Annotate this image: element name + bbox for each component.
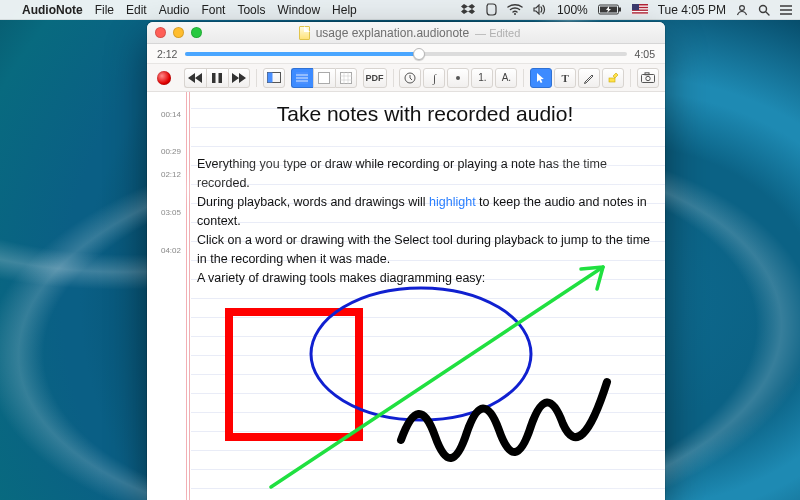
note-entry-text[interactable]: to keep the audio and notes in context.: [197, 195, 647, 228]
playback-slider[interactable]: [185, 52, 626, 56]
timestamp-tool-button[interactable]: [399, 68, 421, 88]
camera-tool-button[interactable]: [637, 68, 659, 88]
svg-rect-16: [296, 72, 308, 84]
paper-grid-button[interactable]: [335, 68, 357, 88]
paper-lined-button[interactable]: [291, 68, 313, 88]
svg-point-0: [514, 13, 516, 15]
playhead-total-time: 4:05: [635, 48, 655, 60]
svg-rect-13: [219, 73, 223, 83]
red-square-shape: [229, 312, 359, 437]
menu-icon[interactable]: [780, 5, 792, 15]
record-button[interactable]: [153, 68, 175, 88]
pen-tool-button[interactable]: [578, 68, 600, 88]
select-tool-button[interactable]: [530, 68, 552, 88]
black-squiggle-shape: [401, 382, 607, 458]
note-entry[interactable]: A variety of drawing tools makes diagram…: [197, 269, 653, 288]
svg-rect-7: [632, 11, 648, 12]
green-arrow-shape: [271, 267, 603, 487]
entry-timestamp[interactable]: 04:02: [147, 246, 185, 255]
svg-rect-22: [641, 75, 654, 83]
note-entry[interactable]: During playback, words and drawings will…: [197, 193, 653, 231]
svg-rect-12: [212, 73, 216, 83]
user-icon[interactable]: [736, 4, 748, 16]
playback-timeline: 2:12 4:05: [147, 44, 665, 64]
evernote-icon[interactable]: [485, 3, 497, 16]
svg-point-20: [456, 76, 460, 80]
highlight-word[interactable]: highlight: [429, 195, 476, 209]
window-titlebar[interactable]: usage explanation.audionote — Edited: [147, 22, 665, 44]
toolbar: PDF ∫ 1. A. T: [147, 64, 665, 92]
menu-file[interactable]: File: [95, 3, 114, 17]
pause-button[interactable]: [206, 68, 228, 88]
desktop-wallpaper: AudioNote File Edit Audio Font Tools Win…: [0, 0, 800, 500]
close-button[interactable]: [155, 27, 166, 38]
mac-menubar: AudioNote File Edit Audio Font Tools Win…: [0, 0, 800, 20]
minimize-button[interactable]: [173, 27, 184, 38]
svg-rect-18: [340, 72, 351, 83]
menu-edit[interactable]: Edit: [126, 3, 147, 17]
drawings-layer: [191, 92, 665, 500]
rewind-button[interactable]: [184, 68, 206, 88]
battery-percent-label: 100%: [557, 3, 588, 17]
svg-rect-21: [609, 78, 615, 82]
search-icon[interactable]: [758, 4, 770, 16]
sidebar-toggle-button[interactable]: [263, 68, 285, 88]
svg-point-19: [405, 73, 415, 83]
svg-rect-24: [645, 73, 649, 75]
entry-timestamp[interactable]: 02:12: [147, 170, 185, 179]
blue-ellipse-shape: [311, 288, 531, 420]
timestamp-margin: [147, 92, 187, 500]
playhead-current-time: 2:12: [157, 48, 177, 60]
volume-icon[interactable]: [533, 4, 547, 15]
svg-rect-8: [632, 14, 648, 15]
paper-blank-button[interactable]: [313, 68, 335, 88]
forward-button[interactable]: [228, 68, 250, 88]
menu-help[interactable]: Help: [332, 3, 357, 17]
wifi-icon[interactable]: [507, 4, 523, 15]
menu-font[interactable]: Font: [201, 3, 225, 17]
note-canvas[interactable]: 00:14 00:29 02:12 03:05 04:02 Take notes…: [147, 92, 665, 500]
bullet-tool-button[interactable]: [447, 68, 469, 88]
zoom-button[interactable]: [191, 27, 202, 38]
flag-us-icon[interactable]: [632, 4, 648, 15]
note-title[interactable]: Take notes with recorded audio!: [197, 98, 653, 136]
lettered-list-button[interactable]: A.: [495, 68, 517, 88]
entry-timestamp[interactable]: 00:14: [147, 110, 185, 119]
svg-rect-17: [319, 72, 330, 83]
svg-point-11: [760, 5, 767, 12]
menubar-clock[interactable]: Tue 4:05 PM: [658, 3, 726, 17]
playback-slider-thumb[interactable]: [413, 48, 425, 60]
svg-rect-14: [267, 73, 280, 83]
highlighter-tool-button[interactable]: [602, 68, 624, 88]
note-entry-text[interactable]: During playback, words and drawings will: [197, 195, 429, 209]
battery-icon[interactable]: [598, 4, 622, 15]
menubar-app-name[interactable]: AudioNote: [22, 3, 83, 17]
note-paper[interactable]: Take notes with recorded audio! Everythi…: [191, 92, 665, 500]
export-pdf-button[interactable]: PDF: [363, 68, 387, 88]
menu-tools[interactable]: Tools: [237, 3, 265, 17]
svg-point-10: [740, 5, 745, 10]
document-edited-label: — Edited: [475, 27, 520, 39]
dropbox-icon[interactable]: [461, 4, 475, 16]
menu-audio[interactable]: Audio: [159, 3, 190, 17]
entry-timestamp[interactable]: 03:05: [147, 208, 185, 217]
svg-point-23: [646, 76, 650, 80]
app-window: usage explanation.audionote — Edited 2:1…: [147, 22, 665, 500]
note-entry[interactable]: Click on a word or drawing with the Sele…: [197, 231, 653, 269]
note-entry[interactable]: Everything you type or draw while record…: [197, 155, 653, 193]
svg-rect-9: [632, 4, 639, 10]
svg-rect-15: [267, 73, 272, 83]
menu-window[interactable]: Window: [277, 3, 320, 17]
integral-tool-button[interactable]: ∫: [423, 68, 445, 88]
document-icon: [299, 26, 310, 40]
numbered-list-button[interactable]: 1.: [471, 68, 493, 88]
svg-rect-3: [619, 8, 621, 12]
entry-timestamp[interactable]: 00:29: [147, 147, 185, 156]
document-title: usage explanation.audionote: [316, 26, 469, 40]
text-tool-button[interactable]: T: [554, 68, 576, 88]
